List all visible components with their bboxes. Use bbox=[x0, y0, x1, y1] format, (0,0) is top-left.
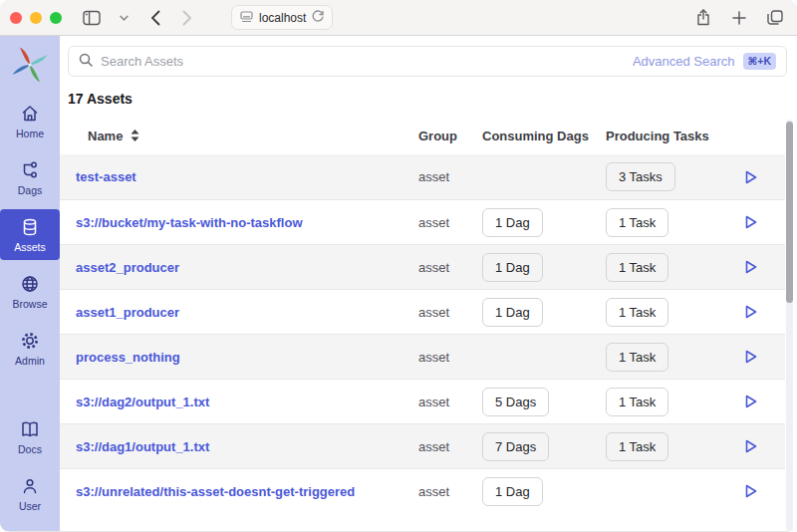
consuming-dags-button[interactable]: 7 Dags bbox=[482, 432, 549, 461]
asset-name-link[interactable]: process_nothing bbox=[76, 350, 180, 365]
play-icon bbox=[745, 215, 757, 229]
tab-overview-icon[interactable] bbox=[763, 6, 787, 30]
trigger-asset-button[interactable] bbox=[743, 437, 759, 455]
trigger-asset-button[interactable] bbox=[743, 303, 759, 321]
reload-icon[interactable] bbox=[312, 9, 324, 27]
sidebar-item-admin[interactable]: Admin bbox=[0, 323, 60, 374]
asset-name-link[interactable]: s3://dag2/output_1.txt bbox=[76, 395, 209, 409]
asset-name-link[interactable]: s3://dag1/output_1.txt bbox=[76, 439, 209, 454]
play-icon bbox=[745, 170, 757, 184]
sidebar-nav: Home Dags bbox=[0, 96, 60, 531]
producing-tasks-button[interactable]: 1 Task bbox=[606, 208, 668, 237]
zoom-window-button[interactable] bbox=[50, 12, 62, 24]
consuming-dags-button[interactable]: 1 Dag bbox=[482, 208, 543, 237]
asset-name-link[interactable]: test-asset bbox=[76, 169, 136, 184]
asset-group: asset bbox=[418, 169, 474, 184]
sidebar-item-label: Docs bbox=[18, 443, 42, 455]
search-icon bbox=[79, 53, 93, 71]
back-icon[interactable] bbox=[143, 6, 167, 30]
sidebar-item-label: User bbox=[19, 500, 41, 512]
trigger-asset-button[interactable] bbox=[743, 482, 759, 500]
main-content: Advanced Search ⌘+K 17 Assets Name Group… bbox=[60, 36, 797, 531]
forward-icon[interactable] bbox=[175, 6, 199, 30]
sidebar-item-browse[interactable]: Browse bbox=[0, 266, 60, 317]
asset-name-link[interactable]: asset1_producer bbox=[76, 305, 179, 320]
asset-group: asset bbox=[418, 439, 474, 454]
chevron-down-icon[interactable] bbox=[112, 6, 135, 30]
address-bar[interactable]: localhost bbox=[231, 5, 333, 30]
browse-icon bbox=[20, 274, 40, 294]
consuming-dags-button[interactable]: 1 Dag bbox=[482, 477, 543, 506]
docs-icon bbox=[20, 419, 40, 439]
browser-window: localhost bbox=[0, 0, 797, 532]
close-window-button[interactable] bbox=[10, 12, 22, 24]
table-row: test-asset asset 3 Tasks bbox=[60, 154, 785, 199]
trigger-asset-button[interactable] bbox=[743, 168, 759, 186]
asset-name-link[interactable]: s3://bucket/my-task-with-no-taskflow bbox=[76, 215, 303, 230]
play-icon bbox=[745, 439, 757, 453]
producing-tasks-button[interactable]: 1 Task bbox=[606, 343, 668, 372]
sidebar-toggle-icon[interactable] bbox=[80, 6, 104, 30]
airflow-logo-icon[interactable] bbox=[12, 46, 48, 82]
consuming-dags-button[interactable]: 1 Dag bbox=[482, 298, 543, 327]
asset-group: asset bbox=[418, 484, 474, 499]
table-row: s3://dag1/output_1.txt asset 7 Dags 1 Ta… bbox=[60, 423, 785, 468]
sidebar-item-label: Browse bbox=[12, 298, 47, 310]
consuming-dags-button[interactable]: 5 Dags bbox=[482, 388, 549, 416]
assets-table: Name Group Consuming Dags Producing Task… bbox=[60, 117, 785, 513]
play-icon bbox=[745, 350, 757, 364]
column-header-group: Group bbox=[418, 129, 474, 143]
sidebar-item-dags[interactable]: Dags bbox=[0, 152, 60, 203]
advanced-search-link[interactable]: Advanced Search bbox=[633, 54, 735, 69]
play-icon bbox=[745, 260, 757, 274]
sidebar-item-label: Dags bbox=[18, 184, 43, 196]
table-row: process_nothing asset 1 Task bbox=[60, 334, 785, 379]
share-icon[interactable] bbox=[691, 6, 715, 30]
table-row: s3://dag2/output_1.txt asset 5 Dags 1 Ta… bbox=[60, 379, 785, 423]
trigger-asset-button[interactable] bbox=[743, 213, 759, 231]
minimize-window-button[interactable] bbox=[30, 12, 42, 24]
assets-icon bbox=[20, 217, 40, 237]
table-row: s3://unrelated/this-asset-doesnt-get-tri… bbox=[60, 468, 785, 513]
consuming-dags-button[interactable]: 1 Dag bbox=[482, 253, 543, 282]
sidebar: Home Dags bbox=[0, 36, 60, 531]
asset-group: asset bbox=[418, 350, 474, 365]
table-row: asset2_producer asset 1 Dag 1 Task bbox=[60, 244, 785, 289]
asset-group: asset bbox=[418, 305, 474, 320]
asset-group: asset bbox=[418, 260, 474, 275]
sidebar-item-assets[interactable]: Assets bbox=[0, 209, 60, 260]
traffic-lights bbox=[10, 12, 62, 24]
column-header-consuming-dags: Consuming Dags bbox=[474, 129, 598, 143]
column-header-name[interactable]: Name bbox=[88, 129, 123, 143]
producing-tasks-button[interactable]: 1 Task bbox=[606, 388, 668, 416]
url-text[interactable]: localhost bbox=[259, 11, 306, 25]
producing-tasks-button[interactable]: 3 Tasks bbox=[606, 162, 675, 191]
trigger-asset-button[interactable] bbox=[743, 348, 759, 366]
sidebar-item-docs[interactable]: Docs bbox=[0, 411, 60, 462]
asset-name-link[interactable]: s3://unrelated/this-asset-doesnt-get-tri… bbox=[76, 484, 355, 499]
play-icon bbox=[745, 395, 757, 408]
new-tab-icon[interactable] bbox=[727, 6, 751, 30]
play-icon bbox=[745, 484, 757, 498]
producing-tasks-button[interactable]: 1 Task bbox=[606, 432, 668, 461]
asset-group: asset bbox=[418, 215, 474, 230]
search-input[interactable] bbox=[101, 54, 625, 69]
dags-icon bbox=[20, 160, 40, 180]
sidebar-item-user[interactable]: User bbox=[0, 468, 60, 519]
sort-icon[interactable] bbox=[131, 130, 139, 141]
user-icon bbox=[20, 476, 40, 496]
asset-name-link[interactable]: asset2_producer bbox=[76, 260, 179, 275]
table-row: s3://bucket/my-task-with-no-taskflow ass… bbox=[60, 199, 785, 244]
sidebar-item-home[interactable]: Home bbox=[0, 96, 60, 146]
producing-tasks-button[interactable]: 1 Task bbox=[606, 298, 668, 327]
producing-tasks-button[interactable]: 1 Task bbox=[606, 253, 668, 282]
trigger-asset-button[interactable] bbox=[743, 393, 759, 410]
scrollbar-track[interactable] bbox=[786, 120, 793, 531]
table-header-row: Name Group Consuming Dags Producing Task… bbox=[60, 117, 785, 154]
trigger-asset-button[interactable] bbox=[743, 258, 759, 276]
column-header-producing-tasks: Producing Tasks bbox=[598, 129, 717, 143]
sidebar-item-label: Admin bbox=[15, 355, 45, 367]
scrollbar-thumb[interactable] bbox=[786, 122, 793, 303]
sidebar-item-label: Home bbox=[16, 128, 44, 139]
assets-count-heading: 17 Assets bbox=[68, 91, 787, 107]
